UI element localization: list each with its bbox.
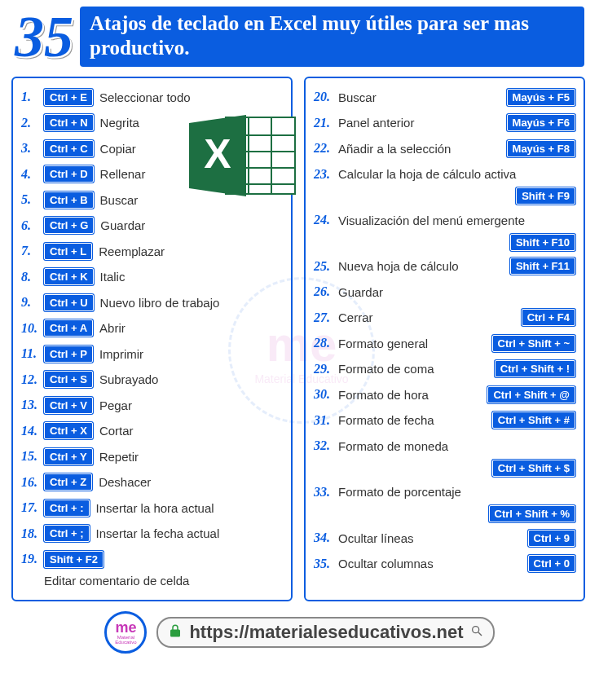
shortcut-desc: Panel anterior bbox=[338, 116, 414, 130]
shortcut-number: 31. bbox=[314, 413, 337, 428]
shortcut-row: 11.Ctrl + PImprimir bbox=[21, 343, 283, 364]
shortcut-number: 35. bbox=[314, 557, 337, 571]
shortcut-key: Ctrl + F4 bbox=[522, 309, 575, 326]
header-title: Atajos de teclado en Excel muy útiles pa… bbox=[80, 7, 584, 67]
right-column: 20.BuscarMayús + F521.Panel anteriorMayú… bbox=[304, 77, 585, 601]
shortcut-number: 3. bbox=[21, 141, 44, 156]
shortcut-number: 13. bbox=[21, 398, 44, 412]
shortcut-row: 6.Ctrl + GGuardar bbox=[21, 215, 283, 236]
shortcut-desc: Insertar la fecha actual bbox=[96, 526, 220, 540]
shortcut-key: Shift + F11 bbox=[510, 258, 575, 275]
shortcut-row: 30.Formato de horaCtrl + Shift + @ bbox=[314, 384, 575, 405]
shortcut-number: 21. bbox=[314, 116, 337, 130]
shortcut-key-row: Shift + F10 bbox=[314, 234, 575, 251]
columns: X 1.Ctrl + ESeleccionar todo2.Ctrl + NNe… bbox=[0, 77, 599, 601]
header-number: 35 bbox=[15, 11, 73, 64]
shortcut-key: Shift + F10 bbox=[510, 234, 575, 251]
shortcut-number: 17. bbox=[21, 500, 44, 515]
shortcut-number: 25. bbox=[314, 259, 337, 274]
shortcut-desc: Calcular la hoja de cálculo activa bbox=[338, 167, 516, 181]
shortcut-row: 15.Ctrl + YRepetir bbox=[21, 446, 283, 467]
shortcut-number: 12. bbox=[21, 372, 44, 387]
shortcut-desc: Guardar bbox=[100, 218, 145, 232]
shortcut-row: 18.Ctrl + ;Insertar la fecha actual bbox=[21, 523, 283, 544]
shortcut-number: 11. bbox=[21, 346, 44, 361]
shortcut-row: 9.Ctrl + UNuevo libro de trabajo bbox=[21, 292, 283, 313]
shortcut-number: 6. bbox=[21, 218, 44, 233]
shortcut-key: Shift + F9 bbox=[516, 187, 575, 205]
shortcut-key: Ctrl + K bbox=[44, 268, 94, 285]
shortcut-key: Ctrl + N bbox=[44, 114, 94, 131]
shortcut-number: 16. bbox=[21, 475, 44, 490]
shortcut-desc: Copiar bbox=[100, 142, 136, 156]
shortcut-number: 28. bbox=[314, 336, 337, 350]
shortcut-desc: Reemplazar bbox=[99, 244, 165, 258]
shortcut-number: 27. bbox=[314, 310, 337, 325]
shortcut-number: 24. bbox=[314, 213, 337, 227]
url-bar: https://materialeseducativos.net bbox=[156, 617, 494, 648]
shortcut-key: Ctrl + X bbox=[44, 422, 93, 439]
shortcut-row: 12.Ctrl + SSubrayado bbox=[21, 369, 283, 390]
shortcut-number: 7. bbox=[21, 244, 44, 258]
shortcut-key: Ctrl + L bbox=[44, 243, 92, 260]
shortcut-desc: Insertar la hora actual bbox=[96, 501, 214, 515]
shortcut-row: 16.Ctrl + ZDeshacer bbox=[21, 472, 283, 493]
shortcut-number: 9. bbox=[21, 295, 44, 310]
shortcut-key: Ctrl + U bbox=[44, 294, 94, 311]
shortcut-key: Ctrl + E bbox=[44, 89, 93, 106]
shortcut-key: Ctrl + Shift + ~ bbox=[492, 335, 576, 352]
shortcut-key-row: Shift + F9 bbox=[314, 187, 575, 205]
shortcut-number: 1. bbox=[21, 90, 44, 104]
shortcut-key: Ctrl + V bbox=[44, 397, 93, 414]
svg-text:X: X bbox=[204, 131, 231, 177]
shortcut-key: Ctrl + A bbox=[44, 319, 93, 337]
shortcut-desc: Repetir bbox=[99, 450, 139, 464]
shortcut-row: 33.Formato de porcentaje bbox=[314, 482, 575, 503]
lock-icon bbox=[168, 623, 183, 642]
footer-url: https://materialeseducativos.net bbox=[189, 622, 463, 643]
shortcut-number: 18. bbox=[21, 526, 44, 541]
shortcut-desc: Nuevo libro de trabajo bbox=[100, 296, 220, 310]
shortcut-row: 8.Ctrl + KItalic bbox=[21, 266, 283, 288]
shortcut-key: Ctrl + Shift + $ bbox=[492, 460, 575, 477]
shortcut-key: Mayús + F6 bbox=[507, 114, 575, 131]
shortcut-row: 13.Ctrl + VPegar bbox=[21, 394, 283, 416]
shortcut-number: 10. bbox=[21, 321, 44, 336]
shortcut-number: 29. bbox=[314, 362, 337, 376]
shortcut-row: 14.Ctrl + XCortar bbox=[21, 420, 283, 442]
shortcut-key: Shift + F2 bbox=[44, 551, 104, 568]
shortcut-desc: Deshacer bbox=[99, 475, 151, 489]
shortcut-key: Ctrl + S bbox=[44, 371, 93, 388]
shortcut-key: Ctrl + B bbox=[44, 192, 94, 209]
shortcut-key: Mayús + F8 bbox=[507, 140, 575, 157]
shortcut-desc: Seleccionar todo bbox=[99, 90, 191, 104]
shortcut-desc: Formato de fecha bbox=[338, 413, 434, 427]
header: 35 Atajos de teclado en Excel muy útiles… bbox=[0, 0, 599, 77]
shortcut-key: Ctrl + Shift + % bbox=[489, 505, 575, 522]
svg-point-9 bbox=[472, 627, 478, 633]
shortcut-desc: Formato de hora bbox=[338, 388, 429, 402]
excel-icon: X bbox=[185, 111, 299, 200]
shortcut-key: Ctrl + : bbox=[44, 500, 90, 517]
shortcut-desc: Ocultar líneas bbox=[338, 531, 414, 545]
shortcut-desc: Formato de porcentaje bbox=[338, 485, 461, 499]
shortcut-row: 7.Ctrl + LReemplazar bbox=[21, 240, 283, 262]
shortcut-number: 2. bbox=[21, 116, 44, 130]
shortcut-desc: Ocultar columnas bbox=[338, 557, 434, 570]
shortcut-key: Ctrl + Shift + ! bbox=[495, 360, 575, 377]
shortcut-number: 22. bbox=[314, 141, 337, 156]
shortcut-desc: Nueva hoja de cálculo bbox=[338, 259, 459, 273]
search-icon bbox=[470, 624, 483, 641]
shortcut-desc: Buscar bbox=[100, 193, 139, 207]
shortcut-desc: Italic bbox=[100, 270, 126, 284]
shortcut-row: 17.Ctrl + :Insertar la hora actual bbox=[21, 497, 283, 518]
shortcut-row: 24.Visualización del menú emergente bbox=[314, 209, 575, 231]
shortcut-desc: Formato general bbox=[338, 337, 428, 350]
shortcut-desc: Imprimir bbox=[99, 347, 143, 361]
shortcut-key-row: Ctrl + Shift + $ bbox=[314, 460, 575, 477]
shortcut-key: Ctrl + Z bbox=[44, 473, 92, 491]
shortcut-row: 20.BuscarMayús + F5 bbox=[314, 86, 575, 108]
shortcut-key: Ctrl + Shift + @ bbox=[487, 386, 575, 403]
shortcut-row: 27.CerrarCtrl + F4 bbox=[314, 307, 575, 328]
shortcut-desc: Pegar bbox=[99, 398, 132, 412]
